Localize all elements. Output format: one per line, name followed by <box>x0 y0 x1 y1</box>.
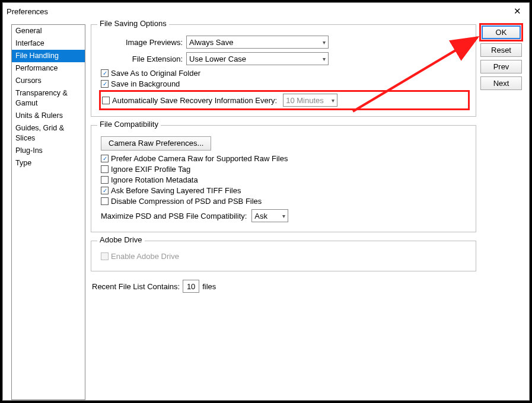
file-extension-label: File Extension: <box>97 55 186 63</box>
save-in-background-checkbox[interactable]: ✓ <box>101 80 109 88</box>
chevron-down-icon: ▾ <box>323 39 326 46</box>
sidebar-item-transparency-gamut[interactable]: Transparency & Gamut <box>12 87 85 110</box>
sidebar-item-plug-ins[interactable]: Plug-Ins <box>12 145 85 157</box>
file-compatibility-group: File Compatibility Camera Raw Preference… <box>91 125 476 232</box>
file-compatibility-legend: File Compatibility <box>97 120 161 129</box>
recent-files-input[interactable] <box>183 280 199 293</box>
window-title: Preferences <box>7 7 509 16</box>
ignore-exif-checkbox[interactable] <box>101 165 109 173</box>
sidebar-item-guides-grid-slices[interactable]: Guides, Grid & Slices <box>12 122 85 145</box>
file-extension-value: Use Lower Case <box>189 55 246 63</box>
ok-button[interactable]: OK <box>482 25 521 39</box>
save-as-original-label: Save As to Original Folder <box>111 69 200 78</box>
auto-save-interval-select[interactable]: 10 Minutes ▾ <box>283 94 337 107</box>
preferences-category-list: General Interface File Handling Performa… <box>11 24 85 400</box>
auto-save-checkbox[interactable] <box>102 97 110 104</box>
image-previews-label: Image Previews: <box>97 38 186 47</box>
enable-adobe-drive-checkbox <box>101 252 109 260</box>
recent-files-label: Recent File List Contains: <box>92 282 180 291</box>
adobe-drive-group: Adobe Drive Enable Adobe Drive <box>91 241 476 271</box>
adobe-drive-legend: Adobe Drive <box>97 235 145 244</box>
ask-tiff-checkbox[interactable]: ✓ <box>101 187 109 194</box>
maximize-psd-label: Maximize PSD and PSB File Compatibility: <box>101 212 247 220</box>
chevron-down-icon: ▾ <box>282 213 285 219</box>
ignore-rotation-label: Ignore Rotation Metadata <box>111 175 198 184</box>
chevron-down-icon: ▾ <box>332 97 335 104</box>
reset-button[interactable]: Reset <box>480 43 522 57</box>
save-as-original-checkbox[interactable]: ✓ <box>101 69 109 77</box>
image-previews-select[interactable]: Always Save ▾ <box>186 36 329 49</box>
ignore-exif-label: Ignore EXIF Profile Tag <box>111 165 190 174</box>
image-previews-value: Always Save <box>189 38 233 47</box>
enable-adobe-drive-label: Enable Adobe Drive <box>111 252 179 261</box>
next-button[interactable]: Next <box>480 76 522 90</box>
disable-psd-compression-checkbox[interactable] <box>101 197 109 205</box>
maximize-psd-value: Ask <box>254 212 267 220</box>
file-saving-options-group: File Saving Options Image Previews: Alwa… <box>91 24 476 117</box>
sidebar-item-interface[interactable]: Interface <box>12 37 85 50</box>
maximize-psd-select[interactable]: Ask ▾ <box>251 209 288 222</box>
prev-button[interactable]: Prev <box>480 60 522 73</box>
prefer-acr-label: Prefer Adobe Camera Raw for Supported Ra… <box>111 154 288 163</box>
ask-tiff-label: Ask Before Saving Layered TIFF Files <box>111 186 241 195</box>
camera-raw-preferences-button[interactable]: Camera Raw Preferences... <box>101 136 211 151</box>
file-saving-options-legend: File Saving Options <box>97 19 169 28</box>
recent-files-suffix: files <box>202 282 216 291</box>
sidebar-item-units-rulers[interactable]: Units & Rulers <box>12 110 85 122</box>
sidebar-item-cursors[interactable]: Cursors <box>12 75 85 87</box>
file-extension-select[interactable]: Use Lower Case ▾ <box>186 52 329 65</box>
sidebar-item-performance[interactable]: Performance <box>12 62 85 75</box>
disable-psd-compression-label: Disable Compression of PSD and PSB Files <box>111 197 262 206</box>
prefer-acr-checkbox[interactable]: ✓ <box>101 155 109 162</box>
sidebar-item-type[interactable]: Type <box>12 157 85 169</box>
ignore-rotation-checkbox[interactable] <box>101 176 109 184</box>
sidebar-item-general[interactable]: General <box>12 25 85 37</box>
save-in-background-label: Save in Background <box>111 79 180 88</box>
chevron-down-icon: ▾ <box>323 56 326 62</box>
close-button[interactable]: ✕ <box>509 4 525 18</box>
auto-save-interval-value: 10 Minutes <box>286 96 324 105</box>
auto-save-label: Automatically Save Recovery Information … <box>112 96 277 105</box>
sidebar-item-file-handling[interactable]: File Handling <box>12 50 85 62</box>
